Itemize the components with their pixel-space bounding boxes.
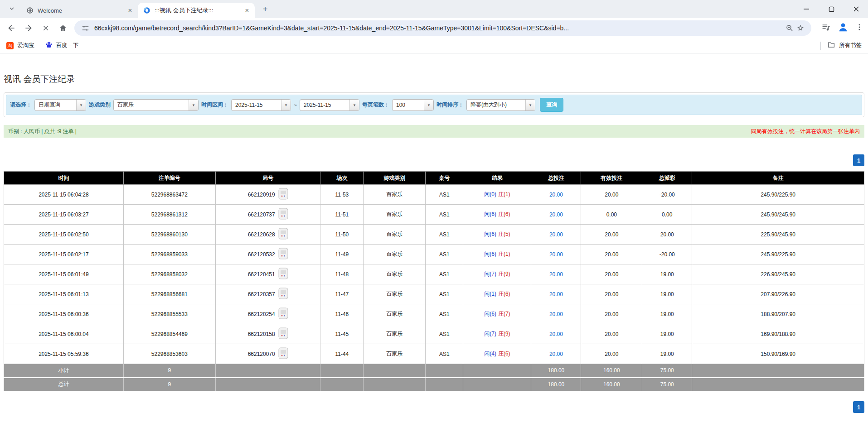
round-result-image-icon[interactable] (278, 327, 288, 341)
column-header: 游戏类别 (364, 172, 426, 185)
cell-total-bet-link[interactable]: 20.00 (549, 331, 563, 337)
tab-bet-records[interactable]: :::视讯 会员下注纪录::: × (138, 3, 255, 18)
date-range-tilde: ~ (294, 102, 297, 108)
bookmark-baidu[interactable]: 百度一下 (45, 41, 79, 50)
minimize-icon[interactable] (802, 5, 811, 14)
select-type-label: 请选择： (10, 101, 32, 109)
stop-loading-button[interactable] (39, 21, 53, 35)
query-button[interactable]: 查询 (540, 98, 563, 112)
site-settings-icon[interactable] (80, 23, 91, 34)
home-button[interactable] (56, 21, 70, 35)
table-row: 2025-11-15 06:03:27 522968861312 6621207… (4, 205, 864, 225)
cell-valid-bet: 20.00 (581, 344, 642, 364)
cell-time: 2025-11-15 06:02:50 (4, 225, 124, 245)
date-end-dropdown[interactable]: 2025-11-15 ▾ (300, 99, 359, 111)
bookmark-star-icon[interactable] (795, 23, 806, 34)
bookmarks-divider (820, 42, 821, 50)
tab-close-icon[interactable]: × (243, 6, 251, 14)
dropdown-arrow-icon[interactable]: ▾ (281, 100, 291, 110)
round-result-image-icon[interactable] (278, 288, 288, 301)
cell-valid-bet: 20.00 (581, 225, 642, 245)
per-page-dropdown[interactable]: 100 ▾ (392, 99, 434, 111)
round-result-image-icon[interactable] (278, 208, 288, 221)
round-result-image-icon[interactable] (278, 248, 288, 261)
table-row: 2025-11-15 06:02:50 522968860130 6621206… (4, 225, 864, 245)
tab-search-button[interactable] (5, 3, 18, 16)
result-banker: 庄(6) (498, 211, 510, 217)
date-start-dropdown[interactable]: 2025-11-15 ▾ (231, 99, 291, 111)
page-1-button[interactable]: 1 (853, 401, 864, 413)
cell-total-bet-link[interactable]: 20.00 (549, 211, 563, 218)
cell-time: 2025-11-15 05:59:36 (4, 344, 124, 364)
cell-remark: 225.90/245.90 (692, 225, 864, 245)
profile-avatar[interactable] (837, 21, 849, 35)
maximize-icon[interactable] (827, 5, 836, 14)
globe-icon (26, 7, 34, 14)
cell-total-bet-link[interactable]: 20.00 (549, 351, 563, 357)
tab-title: Welcome (38, 7, 126, 14)
baidu-paw-icon (45, 41, 53, 50)
total-label: 总计 (4, 378, 124, 391)
cell-round-number: 662120628 (248, 231, 275, 238)
cell-total-bet-link[interactable]: 20.00 (549, 311, 563, 317)
result-banker: 庄(1) (498, 191, 510, 197)
cell-total-bet-link[interactable]: 20.00 (549, 291, 563, 297)
page-1-button[interactable]: 1 (853, 154, 864, 166)
cell-remark: 188.90/207.90 (692, 304, 864, 324)
forward-button[interactable] (22, 21, 35, 35)
cell-time: 2025-11-15 06:03:27 (4, 205, 124, 225)
cell-game-kind: 百家乐 (364, 264, 426, 284)
dropdown-arrow-icon[interactable]: ▾ (349, 100, 359, 110)
round-result-image-icon[interactable] (278, 307, 288, 321)
page-content: 视讯 会员下注纪录 请选择： 日期查询 ▾ 游戏类别 百家乐 ▾ 时间区间： 2… (0, 73, 868, 413)
cell-bet-id: 522968856681 (123, 284, 215, 304)
cell-session: 11-50 (320, 225, 364, 245)
bookmark-aitaobao[interactable]: 淘 爱淘宝 (6, 42, 34, 49)
cell-time: 2025-11-15 06:02:17 (4, 245, 124, 264)
tab-welcome[interactable]: Welcome × (21, 3, 138, 18)
taobao-icon: 淘 (6, 42, 14, 49)
round-result-image-icon[interactable] (278, 188, 288, 201)
cell-bet-id: 522968853603 (123, 344, 215, 364)
all-bookmarks-button[interactable]: 所有书签 (827, 41, 862, 50)
cell-remark: 245.90/225.90 (692, 185, 864, 205)
cell-game-kind: 百家乐 (364, 245, 426, 264)
round-result-image-icon[interactable] (278, 347, 288, 360)
column-header: 总派彩 (642, 172, 692, 185)
game-kind-dropdown[interactable]: 百家乐 ▾ (113, 99, 199, 111)
close-window-icon[interactable] (852, 5, 861, 14)
round-result-image-icon[interactable] (278, 268, 288, 281)
back-button[interactable] (5, 21, 18, 35)
url-text[interactable]: 66cxkj98.com/game/betrecord_search/kind3… (94, 24, 780, 32)
cell-payout: 19.00 (642, 304, 692, 324)
dropdown-arrow-icon[interactable]: ▾ (189, 100, 198, 110)
cell-total-bet-link[interactable]: 20.00 (549, 192, 563, 198)
cell-total-bet-link[interactable]: 20.00 (549, 271, 563, 278)
cell-round-number: 662120070 (248, 351, 275, 357)
dropdown-arrow-icon[interactable]: ▾ (525, 100, 535, 110)
tab-close-icon[interactable]: × (126, 6, 134, 14)
cell-game-kind: 百家乐 (364, 344, 426, 364)
new-tab-button[interactable]: + (259, 3, 271, 15)
menu-dots-icon[interactable] (855, 23, 863, 33)
select-type-dropdown[interactable]: 日期查询 ▾ (34, 99, 86, 111)
cell-table-number: AS1 (425, 205, 463, 225)
total-payout: 75.00 (642, 378, 692, 391)
address-bar[interactable]: 66cxkj98.com/game/betrecord_search/kind3… (74, 20, 811, 36)
time-sort-dropdown[interactable]: 降幂(由大到小) ▾ (466, 99, 535, 111)
subtotal-count: 9 (123, 364, 215, 378)
folder-icon (827, 41, 835, 50)
game-kind-label: 游戏类别 (89, 101, 111, 109)
result-banker: 庄(1) (498, 251, 510, 257)
dropdown-arrow-icon[interactable]: ▾ (76, 100, 86, 110)
zoom-out-icon[interactable] (784, 23, 795, 34)
media-controls-icon[interactable] (821, 23, 831, 34)
cell-table-number: AS1 (425, 245, 463, 264)
cell-total-bet-link[interactable]: 20.00 (549, 251, 563, 258)
dropdown-arrow-icon[interactable]: ▾ (424, 100, 433, 110)
cell-round-number: 662120737 (248, 211, 275, 218)
round-result-image-icon[interactable] (278, 228, 288, 241)
cell-valid-bet: 20.00 (581, 245, 642, 264)
table-row: 2025-11-15 06:00:36 522968855533 6621202… (4, 304, 864, 324)
cell-total-bet-link[interactable]: 20.00 (549, 231, 563, 238)
